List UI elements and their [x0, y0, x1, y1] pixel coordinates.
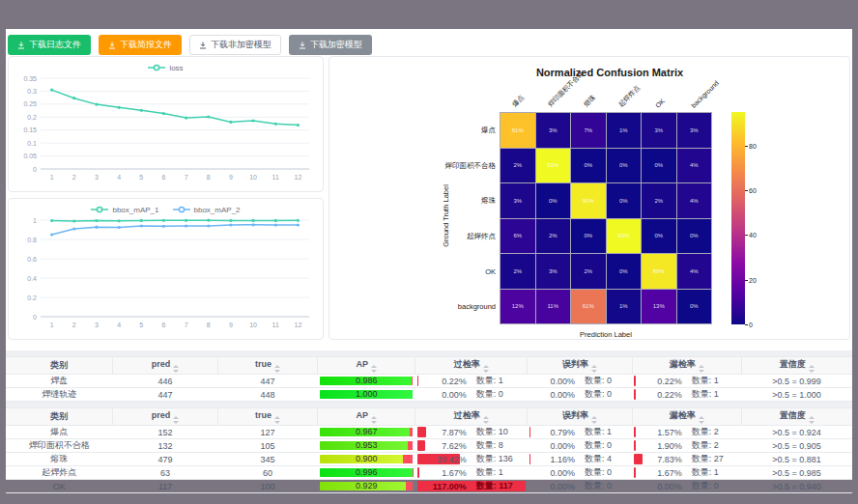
cell-miss-rate: 1.67%数量: 1	[632, 466, 741, 480]
sort-icon[interactable]	[591, 416, 597, 424]
sort-icon[interactable]	[809, 365, 815, 373]
column-header-5[interactable]: 误判率	[528, 408, 633, 426]
sort-icon[interactable]	[483, 416, 489, 424]
cell-pred: 446	[112, 375, 218, 388]
cell-ap: 0.996	[317, 466, 415, 480]
matrix-cell: 2%	[536, 219, 571, 254]
cell-ap: 0.967	[317, 426, 415, 439]
column-header-2[interactable]: true	[218, 357, 317, 375]
legend-label: bbox_mAP_1	[112, 206, 158, 214]
svg-text:11: 11	[272, 322, 278, 328]
legend-item[interactable]: bbox_mAP_2	[173, 205, 241, 214]
matrix-cell: 11%	[536, 290, 571, 324]
download-log-button[interactable]: 下载日志文件	[8, 35, 91, 55]
sort-icon[interactable]	[371, 365, 377, 373]
matrix-cell: 2%	[500, 149, 535, 183]
svg-text:1: 1	[33, 217, 37, 224]
column-header-3[interactable]: AP	[317, 357, 415, 375]
sort-icon[interactable]	[699, 416, 704, 424]
column-header-4[interactable]: 过检率	[415, 408, 528, 426]
download-icon	[108, 42, 116, 49]
sort-icon[interactable]	[591, 365, 597, 373]
column-header-4[interactable]: 过检率	[415, 357, 528, 375]
column-header-6[interactable]: 漏检率	[632, 357, 741, 375]
sort-icon[interactable]	[371, 416, 377, 424]
cell-ap: 0.953	[317, 439, 415, 453]
download-icon	[17, 42, 25, 49]
cell-misjudge-rate: 1.16%数量: 4	[528, 453, 633, 466]
column-header-7[interactable]: 置信度	[741, 357, 852, 375]
cell-confidence: >0.5 = 0.985	[741, 466, 852, 480]
cell-miss-rate: 0.22%数量: 1	[632, 388, 741, 402]
matrix-cell: 0%	[642, 219, 676, 254]
download-icon	[199, 42, 207, 49]
matrix-cell: 0%	[642, 149, 676, 183]
sort-icon[interactable]	[483, 365, 489, 373]
cell-pred: 63	[112, 466, 218, 480]
miss-rate: 1.90%数量: 2	[634, 439, 739, 452]
svg-text:12: 12	[294, 174, 301, 181]
column-header-2[interactable]: true	[218, 408, 317, 426]
confusion-matrix-title: Normalized Confusion Matrix	[455, 67, 764, 78]
svg-text:9: 9	[228, 322, 232, 328]
column-header-1[interactable]: pred	[112, 408, 218, 426]
column-header-0: 类别	[6, 357, 112, 375]
sort-icon[interactable]	[274, 365, 280, 373]
column-header-7[interactable]: 置信度	[741, 408, 852, 426]
column-header-6[interactable]: 漏检率	[632, 408, 741, 426]
matrix-cell: 0%	[571, 149, 606, 183]
svg-text:1: 1	[49, 322, 53, 328]
legend-marker-icon	[148, 64, 165, 71]
over-rate: 7.87%数量: 10	[417, 426, 526, 438]
map-legend[interactable]: bbox_mAP_1 bbox_mAP_2	[9, 199, 323, 214]
matrix-cell: 12%	[500, 290, 535, 324]
stats-table: 类别predtrueAP过检率误判率漏检率置信度 焊盘 446 447 0.98…	[6, 356, 852, 402]
loss-chart-card: loss 00.050.10.150.20.250.30.35123456789…	[8, 56, 324, 192]
cell-ap: 0.900	[317, 453, 415, 466]
sort-icon[interactable]	[809, 416, 815, 424]
cell-miss-rate: 0.00%数量: 0	[632, 480, 741, 493]
matrix-cell: 0%	[571, 219, 606, 254]
table-row: OK 117 100 0.929 117.00%数量: 117 0.00%数量:…	[6, 480, 852, 493]
cell-pred: 117	[112, 480, 218, 493]
svg-text:0: 0	[33, 166, 37, 173]
cell-over-rate: 39.42%数量: 136	[415, 453, 528, 466]
svg-text:6: 6	[161, 174, 165, 181]
sort-icon[interactable]	[274, 416, 280, 424]
svg-text:0.25: 0.25	[23, 100, 37, 107]
colorbar-tick: 0	[749, 322, 753, 328]
loss-legend[interactable]: loss	[9, 57, 323, 72]
column-header-5[interactable]: 误判率	[528, 357, 633, 375]
legend-item[interactable]: loss	[148, 63, 183, 72]
download-encrypted-model-button[interactable]: 下载加密模型	[289, 35, 372, 55]
download-report-button[interactable]: 下载简报文件	[99, 35, 182, 55]
sort-icon[interactable]	[173, 416, 179, 424]
svg-text:0.3: 0.3	[27, 88, 37, 95]
cell-misjudge-rate: 0.00%数量: 0	[528, 388, 633, 402]
cell-true: 127	[218, 426, 317, 439]
cell-over-rate: 7.62%数量: 8	[415, 439, 528, 453]
cell-true: 105	[218, 439, 317, 453]
cell-pred: 132	[112, 439, 218, 453]
legend-item[interactable]: bbox_mAP_1	[91, 205, 158, 214]
matrix-cell: 3%	[536, 113, 571, 148]
app-content: 下载日志文件 下载简报文件 下载非加密模型 下载加密模型 loss 00.050…	[6, 29, 852, 480]
svg-text:0.05: 0.05	[23, 153, 37, 159]
cell-misjudge-rate: 0.00%数量: 0	[528, 439, 633, 453]
download-report-label: 下载简报文件	[120, 39, 172, 51]
table-row: 起焊炸点 63 60 0.996 1.67%数量: 1 0.00%数量: 0 1…	[6, 466, 852, 480]
sort-icon[interactable]	[699, 365, 704, 373]
over-rate: 39.42%数量: 136	[417, 453, 526, 465]
cell-pred: 479	[112, 453, 218, 466]
column-header-3[interactable]: AP	[317, 408, 415, 426]
cell-over-rate: 1.67%数量: 1	[415, 466, 528, 480]
matrix-row-label: background	[329, 302, 496, 311]
legend-marker-icon	[91, 206, 108, 213]
column-header-1[interactable]: pred	[112, 357, 218, 375]
svg-text:0.4: 0.4	[27, 275, 37, 282]
cell-confidence: >0.5 = 0.881	[741, 453, 852, 466]
download-plain-model-button[interactable]: 下载非加密模型	[189, 35, 281, 55]
sort-icon[interactable]	[173, 365, 179, 373]
over-rate: 7.62%数量: 8	[417, 439, 526, 452]
svg-text:10: 10	[249, 174, 257, 181]
